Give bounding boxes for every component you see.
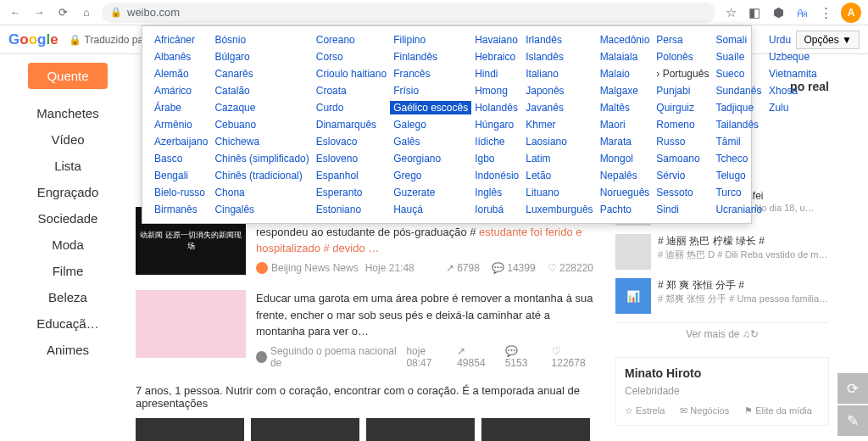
- language-option[interactable]: › Português: [653, 67, 712, 81]
- language-option[interactable]: Canarês: [211, 67, 312, 81]
- menu-icon[interactable]: ⋮: [817, 4, 834, 21]
- language-option[interactable]: Persa: [653, 33, 712, 47]
- language-option[interactable]: Húngaro: [471, 118, 522, 131]
- language-option[interactable]: Norueguês: [597, 186, 654, 199]
- language-option[interactable]: Árabe: [151, 101, 211, 114]
- language-option[interactable]: Azerbaijano: [151, 135, 211, 148]
- ext-icon-1[interactable]: ◧: [746, 4, 763, 21]
- language-option[interactable]: Marata: [597, 135, 654, 148]
- share-count[interactable]: ↗ 6798: [446, 262, 480, 274]
- language-option[interactable]: Ucraniano: [712, 203, 765, 216]
- language-option[interactable]: Pachto: [597, 203, 654, 216]
- language-option[interactable]: Suaíle: [712, 50, 765, 64]
- language-option[interactable]: Georgiano: [390, 152, 471, 165]
- language-option[interactable]: Galego: [390, 118, 471, 131]
- language-option[interactable]: Maori: [597, 118, 654, 131]
- hot-button[interactable]: Quente: [28, 63, 107, 89]
- language-option[interactable]: Luxemburguês: [522, 203, 596, 216]
- sidebar-link[interactable]: Vídeo: [51, 132, 84, 147]
- language-option[interactable]: Russo: [653, 135, 712, 148]
- language-option[interactable]: Sessoto: [653, 186, 712, 199]
- language-option[interactable]: Holandês: [471, 101, 522, 114]
- language-option[interactable]: Guzerate: [390, 186, 471, 199]
- language-option[interactable]: Albanês: [151, 50, 211, 64]
- language-option[interactable]: Chona: [211, 186, 312, 199]
- language-option[interactable]: Samoano: [653, 152, 712, 165]
- feed-item[interactable]: Educar uma garota em uma área pobre é re…: [136, 290, 593, 369]
- language-option[interactable]: Urdu: [765, 33, 820, 47]
- language-option[interactable]: Malaio: [597, 67, 654, 81]
- language-option[interactable]: Inglês: [471, 186, 522, 199]
- language-option[interactable]: Sueco: [712, 67, 765, 81]
- language-option[interactable]: Crioulo haitiano: [313, 67, 390, 81]
- language-option[interactable]: Filipino: [390, 33, 471, 47]
- sidebar-link[interactable]: Educaçã…: [36, 316, 98, 331]
- language-option[interactable]: Cazaque: [211, 101, 312, 114]
- language-option[interactable]: Alemão: [151, 67, 211, 81]
- sidebar-link[interactable]: Moda: [52, 237, 84, 252]
- language-option[interactable]: Chichewa: [211, 135, 312, 148]
- language-option[interactable]: Bielo-russo: [151, 186, 211, 199]
- sidebar-link[interactable]: Animes: [47, 343, 89, 357]
- address-bar[interactable]: 🔒 weibo.com: [102, 3, 715, 23]
- language-option[interactable]: Letão: [522, 169, 596, 182]
- language-option[interactable]: Quirguiz: [653, 101, 712, 114]
- language-option[interactable]: Javanês: [522, 101, 596, 114]
- feed-source[interactable]: Seguindo o poema nacional de: [256, 345, 399, 369]
- sidebar-link[interactable]: Filme: [53, 264, 84, 278]
- see-more-link[interactable]: Ver mais de ♫↻: [615, 322, 829, 345]
- language-option[interactable]: Zulu: [765, 101, 820, 114]
- language-option[interactable]: Igbo: [471, 152, 522, 165]
- language-option[interactable]: Grego: [390, 169, 471, 182]
- like-count[interactable]: ♡ 122678: [552, 345, 593, 369]
- trend-item[interactable]: # 迪丽 热巴 柠檬 绿长 ## 迪丽 热巴 D # Dili Reba ves…: [615, 234, 829, 270]
- feed-source[interactable]: Beijing News News: [256, 262, 359, 274]
- sidebar-link[interactable]: Beleza: [48, 290, 87, 304]
- language-option[interactable]: Khmer: [522, 118, 596, 131]
- gallery-image[interactable]: [251, 418, 359, 442]
- language-option[interactable]: Africâner: [151, 33, 211, 47]
- language-option[interactable]: Bengali: [151, 169, 211, 182]
- language-option[interactable]: Tâmil: [712, 135, 765, 148]
- language-option[interactable]: Malaiala: [597, 50, 654, 64]
- back-button[interactable]: ←: [7, 4, 24, 21]
- sidebar-link[interactable]: Engraçado: [37, 185, 99, 199]
- language-option[interactable]: Romeno: [653, 118, 712, 131]
- gallery-image[interactable]: [136, 418, 244, 442]
- language-option[interactable]: Esperanto: [313, 186, 390, 199]
- language-option[interactable]: Armênio: [151, 118, 211, 131]
- language-option[interactable]: Corso: [313, 50, 390, 64]
- card-action[interactable]: ☆ Estrela: [625, 405, 665, 416]
- translate-icon[interactable]: 🗛: [793, 4, 810, 21]
- language-option[interactable]: Macedônio: [597, 33, 654, 47]
- language-option[interactable]: Italiano: [522, 67, 596, 81]
- card-title[interactable]: Minato Hiroto: [625, 366, 820, 380]
- language-option[interactable]: Havaiano: [471, 33, 522, 47]
- language-option[interactable]: Chinês (tradicional): [211, 169, 312, 182]
- sidebar-link[interactable]: Sociedade: [38, 211, 98, 226]
- language-option[interactable]: Cebuano: [211, 118, 312, 131]
- language-option[interactable]: Uzbeque: [765, 50, 820, 64]
- headline[interactable]: 7 anos, 1 pessoa. Nutrir com o coração, …: [136, 384, 593, 410]
- language-option[interactable]: Curdo: [313, 101, 390, 114]
- edit-float-button[interactable]: ✎: [837, 405, 868, 436]
- language-option[interactable]: Mongol: [597, 152, 654, 165]
- language-option[interactable]: Basco: [151, 152, 211, 165]
- language-option[interactable]: Tcheco: [712, 152, 765, 165]
- language-option[interactable]: Somali: [712, 33, 765, 47]
- comment-count[interactable]: 💬 14399: [492, 262, 536, 274]
- language-option[interactable]: Chinês (simplificado): [211, 152, 312, 165]
- sidebar-link[interactable]: Lista: [54, 159, 81, 173]
- star-icon[interactable]: ☆: [722, 4, 739, 21]
- language-option[interactable]: Frísio: [390, 84, 471, 98]
- reload-button[interactable]: ⟳: [54, 4, 71, 21]
- language-option[interactable]: Japonês: [522, 84, 596, 98]
- language-option[interactable]: Cingalês: [211, 203, 312, 216]
- language-option[interactable]: Polonês: [653, 50, 712, 64]
- trend-item[interactable]: 📊# 郑 爽 张恒 分手 ## 郑爽 张恒 分手 # Uma pessoa fa…: [615, 278, 829, 314]
- language-option[interactable]: Dinamarquês: [313, 118, 390, 131]
- home-button[interactable]: ⌂: [78, 4, 95, 21]
- language-option[interactable]: Finlandês: [390, 50, 471, 64]
- language-option[interactable]: Galês: [390, 135, 471, 148]
- language-option[interactable]: Búlgaro: [211, 50, 312, 64]
